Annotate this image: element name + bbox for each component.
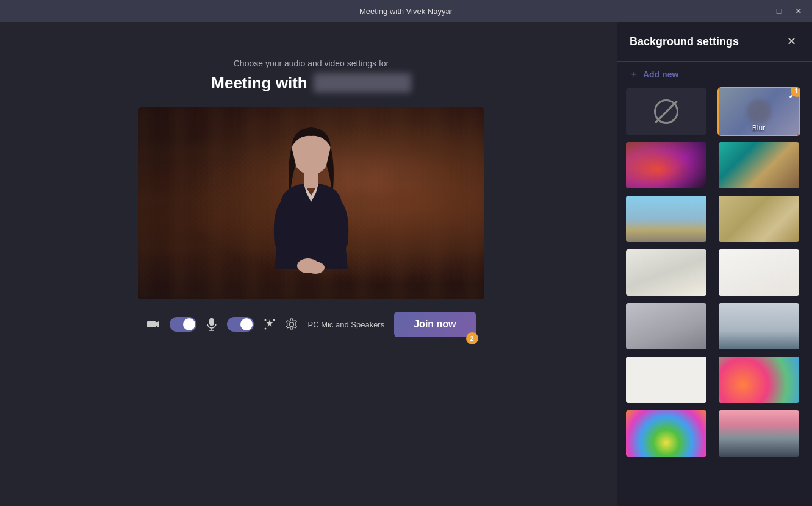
bg8-thumbnail <box>719 303 799 349</box>
audio-device-label: PC Mic and Speakers <box>307 320 384 329</box>
panel-header: Background settings ✕ <box>617 22 812 62</box>
svg-point-9 <box>265 328 267 330</box>
join-now-button[interactable]: Join now 2 <box>394 312 475 337</box>
bg7-thumbnail <box>626 303 706 349</box>
title-bar: Meeting with Vivek Nayyar — □ ✕ <box>0 0 812 22</box>
effects-icon[interactable] <box>264 318 276 330</box>
background-item-9[interactable] <box>625 355 708 404</box>
background-item-blur[interactable]: 1 ✓ Blur <box>717 87 800 136</box>
bg6-thumbnail <box>719 249 799 296</box>
meeting-title-row: Meeting with <box>211 73 411 93</box>
bg3-thumbnail <box>626 196 706 242</box>
bg4-thumbnail <box>719 196 799 242</box>
background-item-4[interactable] <box>717 194 800 243</box>
join-badge: 2 <box>466 332 478 344</box>
svg-rect-4 <box>209 318 214 326</box>
bg2-thumbnail <box>719 142 799 188</box>
close-button[interactable]: ✕ <box>790 2 807 20</box>
background-item-12[interactable] <box>717 409 800 458</box>
bg11-thumbnail <box>626 410 706 457</box>
no-background-icon <box>654 99 678 124</box>
video-preview <box>138 107 484 299</box>
minimize-button[interactable]: — <box>751 2 768 20</box>
add-new-label: Add new <box>643 69 678 79</box>
settings-icon[interactable] <box>286 318 298 330</box>
svg-point-8 <box>273 319 275 321</box>
svg-rect-1 <box>304 173 318 188</box>
video-toggle[interactable] <box>170 317 196 332</box>
add-new-icon: ＋ <box>630 69 638 80</box>
background-item-7[interactable] <box>625 302 708 351</box>
background-item-3[interactable] <box>625 194 708 243</box>
blur-label: Blur <box>719 124 799 132</box>
bg10-thumbnail <box>719 357 799 403</box>
panel-title: Background settings <box>630 35 739 48</box>
bg1-thumbnail <box>626 142 706 188</box>
main-area: Choose your audio and video settings for… <box>0 22 622 506</box>
bg5-thumbnail <box>626 249 706 296</box>
svg-point-3 <box>306 262 325 274</box>
person-silhouette <box>250 123 372 299</box>
background-item-6[interactable] <box>717 248 800 297</box>
background-item-10[interactable] <box>717 355 800 404</box>
background-grid: 1 ✓ Blur <box>617 87 812 465</box>
bg9-thumbnail <box>626 357 706 403</box>
svg-point-7 <box>265 319 267 321</box>
none-thumbnail <box>626 88 706 135</box>
subtitle-text: Choose your audio and video settings for <box>234 59 389 68</box>
meeting-with-label: Meeting with <box>211 74 307 93</box>
blur-circle <box>747 99 771 124</box>
background-item-8[interactable] <box>717 302 800 351</box>
mic-icon[interactable] <box>206 318 217 331</box>
title-bar-controls: — □ ✕ <box>751 2 807 20</box>
background-settings-panel: Background settings ✕ ＋ Add new 1 ✓ Blur <box>617 22 812 506</box>
background-item-5[interactable] <box>625 248 708 297</box>
camera-toggle-icon[interactable] <box>146 318 160 331</box>
background-item-none[interactable] <box>625 87 708 136</box>
background-item-11[interactable] <box>625 409 708 458</box>
background-item-2[interactable] <box>717 141 800 190</box>
audio-toggle[interactable] <box>227 317 254 332</box>
panel-close-button[interactable]: ✕ <box>783 33 800 50</box>
add-new-button[interactable]: ＋ Add new <box>617 62 812 87</box>
bg12-thumbnail <box>719 410 799 457</box>
maximize-button[interactable]: □ <box>771 2 788 20</box>
background-item-1[interactable] <box>625 141 708 190</box>
controls-bar: PC Mic and Speakers Join now 2 <box>146 312 475 337</box>
title-bar-text: Meeting with Vivek Nayyar <box>359 7 453 16</box>
meeting-name-redacted <box>314 73 411 93</box>
audio-device: PC Mic and Speakers <box>307 320 384 329</box>
